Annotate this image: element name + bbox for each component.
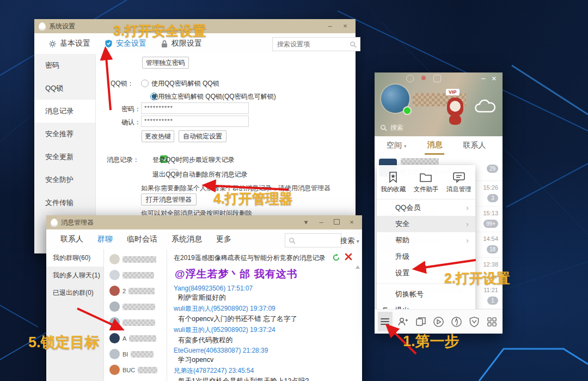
menu-caret-button[interactable]: ▾ bbox=[300, 215, 312, 229]
tab-permission-settings[interactable]: 权限设置 bbox=[161, 39, 202, 49]
group-list-item[interactable] bbox=[104, 251, 167, 267]
close-button[interactable]: × bbox=[492, 74, 497, 83]
app-grid-button[interactable] bbox=[485, 312, 499, 331]
refresh-icon[interactable] bbox=[332, 253, 340, 262]
search-button[interactable]: 搜索 ▾ bbox=[340, 236, 359, 246]
tab-system-message[interactable]: 系统消息 bbox=[171, 234, 202, 244]
annotation-step4: 4.打开管理器 bbox=[213, 190, 293, 208]
chat-message: Yang(849923506) 17:51:07 刚萨雷斯挺好的 bbox=[174, 285, 350, 303]
menu-item-security[interactable]: 安全 › bbox=[377, 216, 475, 232]
group-list-item[interactable]: 2 bbox=[104, 283, 167, 299]
menu-my-favorites[interactable]: 我的收藏 bbox=[377, 165, 409, 199]
menu-item-qq-member[interactable]: QQ会员 › bbox=[377, 199, 475, 216]
unread-badge: 29 bbox=[487, 165, 498, 173]
menu-item-upgrade[interactable]: 升级 bbox=[377, 249, 475, 265]
tab-basic-label: 基本设置 bbox=[60, 39, 90, 49]
tab-more[interactable]: 更多 bbox=[216, 234, 231, 244]
list-my-multichats[interactable]: 我的多人聊天(1) bbox=[46, 267, 103, 284]
timestamp: 15:26 bbox=[483, 184, 498, 191]
timestamp: 11:21 bbox=[483, 287, 498, 293]
password-label: 密码： bbox=[121, 105, 141, 114]
close-button[interactable]: × bbox=[339, 19, 351, 33]
close-button[interactable]: × bbox=[346, 215, 358, 229]
menu-file-assistant[interactable]: 文件助手 bbox=[409, 165, 442, 199]
radio-independent-password-label: 使用独立密码解锁 QQ锁(QQ密码也可解锁) bbox=[151, 92, 276, 101]
menu-item-switch-account[interactable]: 切换帐号 bbox=[377, 286, 475, 303]
minimize-button[interactable]: – bbox=[315, 215, 327, 229]
tab-security-settings[interactable]: 安全设置 bbox=[105, 39, 146, 49]
tab-contacts[interactable]: 联系人 bbox=[60, 234, 83, 244]
blurred-group-name bbox=[122, 256, 156, 263]
shortcut-label: 文件助手 bbox=[413, 185, 438, 193]
tab-temp-session[interactable]: 临时会话 bbox=[127, 234, 157, 244]
qq-logo-icon bbox=[39, 22, 46, 31]
group-name-fragment: BI bbox=[122, 351, 128, 358]
menu-shortcuts: 我的收藏 文件助手 消息管理 bbox=[377, 165, 475, 199]
delete-record-icon[interactable] bbox=[345, 253, 352, 261]
tab-messages[interactable]: 消息 bbox=[425, 137, 444, 155]
open-message-manager-button[interactable]: 打开消息管理器 bbox=[141, 193, 197, 205]
settings-search-input[interactable] bbox=[276, 40, 350, 49]
list-my-groups[interactable]: 我的群聊(60) bbox=[46, 249, 103, 267]
sidebar-item-security-update[interactable]: 安全更新 bbox=[34, 146, 95, 168]
chat-text: 有个opencv入门的书还不错 忘了名字了 bbox=[178, 315, 350, 324]
sidebar-item-message-record[interactable]: 消息记录 bbox=[34, 100, 95, 123]
share-docs-button[interactable] bbox=[413, 312, 428, 331]
list-exited-groups[interactable]: 已退出的群(0) bbox=[46, 284, 103, 301]
game-center-button[interactable] bbox=[449, 312, 464, 331]
tab-contacts[interactable]: 联系人 bbox=[463, 141, 486, 150]
gear-icon bbox=[48, 40, 57, 48]
add-contact-button[interactable] bbox=[396, 312, 411, 331]
auto-lock-settings-button[interactable]: 自动锁定设置 bbox=[179, 130, 226, 142]
cloud-icon[interactable] bbox=[474, 99, 497, 115]
main-menu-button[interactable] bbox=[378, 312, 393, 331]
change-hotkey-button[interactable]: 更改热键 bbox=[142, 130, 174, 142]
password-field[interactable] bbox=[141, 102, 249, 114]
minimize-button[interactable]: – bbox=[481, 74, 486, 82]
sidebar-item-security-recommend[interactable]: 安全推荐 bbox=[34, 123, 95, 146]
minimize-button[interactable]: – bbox=[324, 19, 336, 33]
menu-item-help[interactable]: 帮助 › bbox=[377, 232, 475, 249]
chevron-down-icon: ▾ bbox=[404, 143, 407, 149]
tab-space[interactable]: 空间 ▾ bbox=[387, 141, 406, 150]
tab-basic-settings[interactable]: 基本设置 bbox=[48, 39, 90, 49]
tab-group-chat[interactable]: 群聊 bbox=[97, 234, 113, 244]
group-list-item-target[interactable] bbox=[104, 315, 167, 330]
group-list-item[interactable]: BUC bbox=[104, 362, 167, 378]
group-name-fragment: 2 bbox=[122, 288, 126, 294]
manager-window-title: 消息管理器 bbox=[61, 218, 94, 227]
manager-titlebar[interactable]: 消息管理器 ▾ – × bbox=[46, 215, 362, 229]
mascot-figure: VIP bbox=[443, 89, 467, 128]
confirm-label: 确认： bbox=[121, 118, 141, 127]
group-list-item[interactable]: BI bbox=[104, 346, 167, 362]
group-list-item[interactable] bbox=[104, 299, 167, 315]
sidebar-item-password[interactable]: 密码 bbox=[34, 54, 95, 77]
camera-icon bbox=[406, 75, 414, 82]
group-list-item[interactable]: A bbox=[104, 330, 167, 346]
security-center-button[interactable] bbox=[467, 312, 482, 331]
group-avatar bbox=[109, 301, 120, 312]
play-circle-icon bbox=[433, 316, 444, 328]
banner-status-icons bbox=[406, 75, 441, 82]
scroll-up-arrow[interactable] bbox=[356, 265, 360, 269]
video-center-button[interactable] bbox=[431, 312, 446, 331]
group-list-item[interactable] bbox=[104, 267, 167, 283]
chat-text: 学习opencv bbox=[178, 355, 350, 365]
add-person-icon bbox=[397, 317, 408, 326]
group-avatar bbox=[109, 317, 120, 328]
confirm-field[interactable] bbox=[141, 116, 249, 127]
pages-icon bbox=[415, 317, 426, 326]
radio-qq-password[interactable] bbox=[141, 80, 149, 87]
blurred-group-name bbox=[122, 304, 155, 310]
sidebar-item-file-transfer[interactable]: 文件传输 bbox=[34, 191, 95, 214]
manage-independent-password-button[interactable]: 管理独立密码 bbox=[142, 57, 189, 69]
maximize-button[interactable] bbox=[330, 215, 342, 229]
manager-search-input[interactable] bbox=[296, 236, 338, 245]
red-dot-icon bbox=[421, 76, 426, 80]
search-dropdown-caret: ▾ bbox=[357, 238, 359, 244]
annotation-step5: 5.锁定目标 bbox=[28, 332, 100, 352]
sidebar-item-qqlock[interactable]: QQ锁 bbox=[34, 77, 95, 100]
qq-search-bar[interactable]: 搜索 bbox=[380, 123, 443, 132]
sidebar-item-security-protect[interactable]: 安全防护 bbox=[34, 168, 95, 191]
menu-message-manage[interactable]: 消息管理 bbox=[443, 165, 475, 199]
